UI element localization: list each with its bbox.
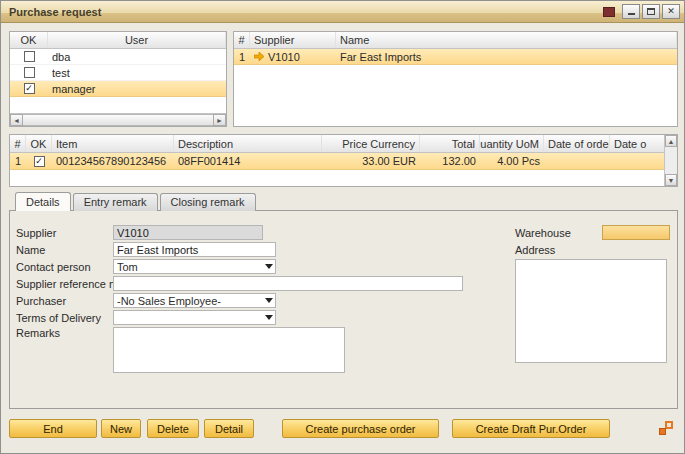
- purchase-request-window: Purchase request ✕ OK User dba test ✓ ma…: [0, 0, 685, 454]
- user-name-manager: manager: [48, 81, 226, 96]
- users-horizontal-scrollbar[interactable]: ◄ ►: [10, 113, 226, 126]
- close-icon: ✕: [667, 7, 675, 16]
- scrollbar-thumb[interactable]: [23, 114, 213, 126]
- warehouse-field[interactable]: [602, 225, 670, 240]
- create-purchase-order-button[interactable]: Create purchase order: [282, 419, 439, 438]
- terms-of-delivery-label: Terms of Delivery: [16, 312, 113, 324]
- maximize-icon: [647, 8, 655, 15]
- users-header-user: User: [48, 32, 226, 48]
- tab-details[interactable]: Details: [15, 192, 71, 211]
- item-date-of-order: [544, 153, 610, 169]
- minimize-button[interactable]: [622, 4, 640, 19]
- contact-person-label: Contact person: [16, 261, 113, 273]
- item-code: 001234567890123456: [52, 153, 174, 169]
- remarks-label: Remarks: [16, 327, 113, 339]
- suppliers-header-num: #: [234, 32, 250, 48]
- user-manager-checkbox[interactable]: ✓: [24, 83, 35, 94]
- user-test-checkbox[interactable]: [24, 67, 35, 78]
- resize-grip-icon[interactable]: [659, 421, 673, 435]
- supplier-code: V1010: [268, 51, 300, 63]
- warehouse-label: Warehouse: [515, 227, 571, 239]
- tab-entry-remark[interactable]: Entry remark: [73, 193, 158, 211]
- item-quantity: 4.00 Pcs: [480, 153, 544, 169]
- chevron-down-icon[interactable]: [265, 298, 273, 303]
- supplier-label: Supplier: [16, 227, 113, 239]
- supplier-row[interactable]: 1 V1010 Far East Imports: [234, 49, 677, 65]
- items-header-item: Item: [52, 135, 174, 152]
- supplier-field[interactable]: [113, 225, 263, 240]
- scroll-down-button[interactable]: ▼: [665, 174, 677, 186]
- items-header-total: Total: [420, 135, 480, 152]
- suppliers-panel: # Supplier Name 1 V1010 Far East Imports: [233, 31, 678, 127]
- delete-button[interactable]: Delete: [147, 419, 199, 438]
- minimize-icon: [628, 13, 635, 15]
- scroll-left-button[interactable]: ◄: [10, 114, 23, 126]
- purchaser-combo[interactable]: -No Sales Employee-: [113, 293, 276, 308]
- purchaser-value: -No Sales Employee-: [117, 295, 265, 307]
- users-panel: OK User dba test ✓ manager ◄ ►: [9, 31, 227, 127]
- details-form-panel: Supplier Name Contact person Tom Supplie…: [9, 210, 678, 409]
- window-title: Purchase request: [9, 6, 101, 18]
- users-table-header: OK User: [10, 32, 226, 49]
- detail-button[interactable]: Detail: [204, 419, 254, 438]
- titlebar[interactable]: Purchase request ✕: [1, 1, 684, 23]
- supplier-row-num: 1: [234, 49, 250, 64]
- items-header-price: Price Currency: [322, 135, 420, 152]
- user-dba-checkbox[interactable]: [24, 51, 35, 62]
- users-header-ok: OK: [10, 32, 48, 48]
- app-badge-icon: [603, 7, 615, 17]
- window-controls: ✕: [603, 4, 680, 19]
- name-field[interactable]: [113, 242, 276, 257]
- scroll-right-button[interactable]: ►: [213, 114, 226, 126]
- link-arrow-icon[interactable]: [254, 51, 265, 63]
- supplier-name: Far East Imports: [336, 49, 677, 64]
- items-header-quantity: Quantity UoM: [480, 135, 544, 152]
- contact-person-value: Tom: [117, 261, 265, 273]
- suppliers-table-header: # Supplier Name: [234, 32, 677, 49]
- suppliers-header-supplier: Supplier: [250, 32, 336, 48]
- item-description: 08FF001414: [174, 153, 322, 169]
- contact-person-combo[interactable]: Tom: [113, 259, 276, 274]
- remarks-field[interactable]: [113, 327, 345, 373]
- supplier-reference-field[interactable]: [113, 276, 463, 291]
- items-table-header: # OK Item Description Price Currency Tot…: [10, 135, 664, 153]
- new-button[interactable]: New: [101, 419, 141, 438]
- address-field[interactable]: [515, 259, 667, 363]
- items-table: # OK Item Description Price Currency Tot…: [9, 134, 678, 187]
- address-label: Address: [515, 244, 555, 256]
- chevron-down-icon[interactable]: [265, 315, 273, 320]
- items-header-date-2: Date o: [610, 135, 664, 152]
- item-ok-checkbox[interactable]: ✓: [34, 156, 45, 167]
- terms-of-delivery-combo[interactable]: [113, 310, 276, 325]
- item-total: 132.00: [420, 153, 480, 169]
- chevron-down-icon[interactable]: [265, 264, 273, 269]
- items-header-num: #: [10, 135, 26, 152]
- purchaser-label: Purchaser: [16, 295, 113, 307]
- items-header-date-of-order: Date of order: [544, 135, 610, 152]
- user-row-test[interactable]: test: [10, 65, 226, 81]
- user-row-dba[interactable]: dba: [10, 49, 226, 65]
- items-header-ok: OK: [26, 135, 52, 152]
- create-draft-purchase-order-button[interactable]: Create Draft Pur.Order: [452, 419, 610, 438]
- user-name-test: test: [48, 65, 226, 80]
- tab-strip: Details Entry remark Closing remark: [15, 193, 256, 211]
- user-row-manager[interactable]: ✓ manager: [10, 81, 226, 97]
- checkmark: ✓: [35, 157, 43, 166]
- item-price: 33.00 EUR: [322, 153, 420, 169]
- item-row-num: 1: [10, 153, 26, 169]
- item-row[interactable]: 1 ✓ 001234567890123456 08FF001414 33.00 …: [10, 153, 664, 170]
- end-button[interactable]: End: [9, 419, 97, 438]
- tab-closing-remark[interactable]: Closing remark: [160, 193, 256, 211]
- scroll-up-button[interactable]: ▲: [665, 135, 677, 147]
- checkmark: ✓: [25, 84, 33, 93]
- user-name-dba: dba: [48, 49, 226, 64]
- name-label: Name: [16, 244, 113, 256]
- suppliers-header-name: Name: [336, 32, 677, 48]
- maximize-button[interactable]: [642, 4, 660, 19]
- items-vertical-scrollbar[interactable]: ▲ ▼: [664, 135, 677, 186]
- item-date-2: [610, 153, 664, 169]
- supplier-reference-label: Supplier reference nu: [16, 278, 113, 290]
- items-header-description: Description: [174, 135, 322, 152]
- close-button[interactable]: ✕: [662, 4, 680, 19]
